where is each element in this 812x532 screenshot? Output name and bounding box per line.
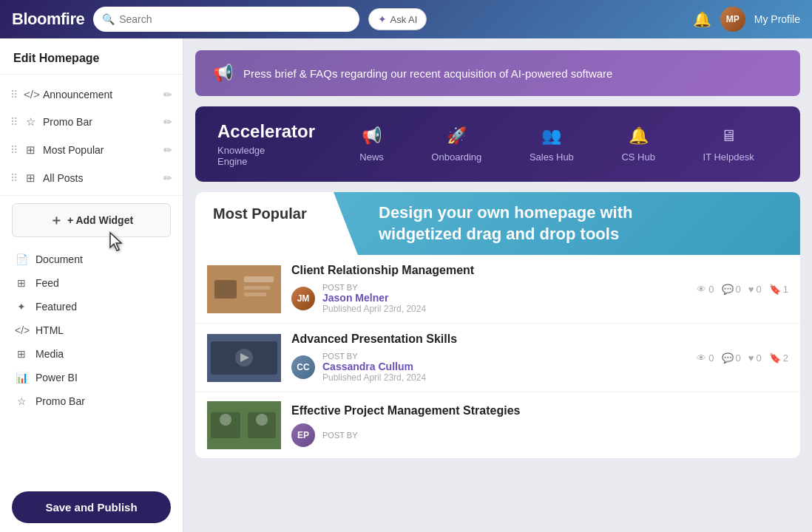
- accel-nav-news[interactable]: 📢 News: [352, 126, 391, 163]
- add-widget-container: ＋ + Add Widget 📄 Document ⊞: [0, 203, 183, 419]
- widget-option-label: Featured: [35, 301, 77, 313]
- widget-option-feed[interactable]: ⊞ Feed: [0, 271, 183, 295]
- promo-text: Design your own homepage withwidgetized …: [379, 202, 632, 245]
- main-content: 📢 Press brief & FAQs regarding our recen…: [183, 38, 812, 532]
- notifications-bell-icon[interactable]: 🔔: [693, 10, 711, 28]
- promo-bar-wd-icon: ☆: [15, 395, 28, 407]
- cs-hub-nav-icon: 🔔: [629, 126, 649, 146]
- accel-nav-label: CS Hub: [621, 151, 655, 163]
- heart-icon: ♥: [748, 284, 754, 295]
- widget-dropdown: 📄 Document ⊞ Feed ✦ Featured </> HTML: [0, 245, 183, 419]
- views-stat: 👁 0: [697, 284, 714, 295]
- edit-announcement-icon[interactable]: ✏: [163, 89, 172, 100]
- widget-option-html[interactable]: </> HTML: [0, 318, 183, 342]
- widget-option-featured[interactable]: ✦ Featured: [0, 295, 183, 318]
- logo: Bloomfire: [12, 10, 84, 29]
- sidebar-items-list: ⠿ </> Announcement ✏ ⠿ ☆ Promo Bar ✏ ⠿ ⊞…: [0, 75, 183, 482]
- svg-rect-1: [214, 280, 237, 299]
- widget-option-document[interactable]: 📄 Document: [0, 248, 183, 271]
- accel-nav-label: News: [359, 151, 384, 163]
- post-item[interactable]: Effective Project Management Strategies …: [195, 392, 800, 458]
- post-date: Published April 23rd, 2024: [322, 372, 426, 383]
- post-date: Published April 23rd, 2024: [322, 304, 426, 314]
- post-avatar: EP: [291, 423, 315, 447]
- drag-handle-icon[interactable]: ⠿: [10, 172, 18, 184]
- sidebar-title: Edit Homepage: [0, 38, 183, 75]
- most-popular-header: Most Popular Design your own homepage wi…: [195, 192, 800, 255]
- drag-handle-icon[interactable]: ⠿: [10, 116, 18, 128]
- all-posts-icon: ⊞: [24, 171, 37, 185]
- accelerator-subtitle: Knowledge Engine: [217, 145, 321, 167]
- add-widget-label: + Add Widget: [67, 214, 133, 226]
- post-by-label: POST BY: [322, 283, 426, 292]
- search-input[interactable]: [119, 13, 350, 25]
- bookmark-icon: 🔖: [769, 352, 781, 364]
- most-popular-icon: ⊞: [24, 143, 37, 157]
- likes-stat: ♥ 0: [748, 284, 762, 295]
- accel-nav-it-helpdesk[interactable]: 🖥 IT Helpdesk: [696, 126, 762, 163]
- document-icon: 📄: [15, 253, 28, 265]
- sidebar-item-label: Promo Bar: [43, 116, 158, 128]
- ask-ai-label: Ask AI: [390, 14, 418, 25]
- search-bar[interactable]: 🔍: [93, 7, 359, 32]
- widget-option-label: Promo Bar: [35, 395, 85, 407]
- accelerator-title: Accelerator: [217, 121, 321, 142]
- post-item[interactable]: Advanced Presentation Skills CC POST BY …: [195, 324, 800, 392]
- add-widget-button[interactable]: ＋ + Add Widget: [12, 203, 171, 237]
- widget-option-power-bi[interactable]: 📊 Power BI: [0, 366, 183, 389]
- onboarding-nav-icon: 🚀: [447, 126, 467, 146]
- accel-nav-sales-hub[interactable]: 👥 Sales Hub: [522, 126, 581, 163]
- post-item[interactable]: Client Relationship Management JM POST B…: [195, 255, 800, 324]
- megaphone-icon: 📢: [213, 64, 233, 83]
- widget-option-promo-bar[interactable]: ☆ Promo Bar: [0, 389, 183, 413]
- accelerator-title-block: Accelerator Knowledge Engine: [217, 121, 321, 167]
- post-author[interactable]: Jason Melner: [322, 292, 426, 304]
- post-by-label: POST BY: [322, 352, 426, 361]
- widget-option-label: Power BI: [35, 372, 78, 383]
- post-author[interactable]: Cassandra Cullum: [322, 361, 426, 372]
- drag-handle-icon[interactable]: ⠿: [10, 144, 18, 156]
- plus-icon: ＋: [50, 211, 63, 229]
- accelerator-subtitle-line2: Engine: [217, 156, 247, 167]
- announcement-banner: 📢 Press brief & FAQs regarding our recen…: [195, 50, 800, 96]
- sidebar-item-all-posts[interactable]: ⠿ ⊞ All Posts ✏: [0, 164, 183, 192]
- accel-nav-label: IT Helpdesk: [703, 151, 754, 163]
- post-stats: 👁 0 💬 0 ♥ 0 🔖 2: [697, 352, 788, 364]
- post-meta: CC POST BY Cassandra Cullum Published Ap…: [291, 352, 686, 383]
- accelerator-nav: 📢 News 🚀 Onboarding 👥 Sales Hub 🔔 CS Hub…: [336, 126, 778, 163]
- post-info: Client Relationship Management JM POST B…: [291, 264, 686, 314]
- post-by-block: POST BY Cassandra Cullum Published April…: [322, 352, 426, 383]
- widget-option-label: Document: [35, 253, 83, 265]
- profile-label[interactable]: My Profile: [754, 13, 800, 25]
- ask-ai-button[interactable]: ✦ Ask AI: [368, 8, 427, 30]
- comment-icon: 💬: [722, 352, 734, 364]
- post-title: Client Relationship Management: [291, 264, 686, 277]
- sidebar: Edit Homepage ⠿ </> Announcement ✏ ⠿ ☆ P…: [0, 38, 183, 532]
- edit-all-posts-icon[interactable]: ✏: [163, 172, 172, 184]
- most-popular-promo: Design your own homepage withwidgetized …: [358, 192, 800, 255]
- widget-option-media[interactable]: ⊞ Media: [0, 342, 183, 366]
- sidebar-item-announcement[interactable]: ⠿ </> Announcement ✏: [0, 81, 183, 108]
- sidebar-item-most-popular[interactable]: ⠿ ⊞ Most Popular ✏: [0, 136, 183, 164]
- comments-stat: 💬 0: [722, 352, 741, 364]
- html-icon: </>: [15, 324, 28, 336]
- svg-rect-4: [244, 293, 266, 296]
- post-title: Effective Project Management Strategies: [291, 404, 788, 417]
- sidebar-item-promo-bar[interactable]: ⠿ ☆ Promo Bar ✏: [0, 108, 183, 136]
- accelerator-widget: Accelerator Knowledge Engine 📢 News 🚀 On…: [195, 106, 800, 182]
- announcement-icon: </>: [24, 88, 37, 100]
- save-publish-button[interactable]: Save and Publish: [12, 491, 171, 523]
- post-thumbnail: [207, 334, 281, 382]
- edit-promo-icon[interactable]: ✏: [163, 116, 172, 128]
- accel-nav-label: Onboarding: [431, 151, 481, 163]
- svg-point-13: [256, 414, 268, 426]
- widget-option-label: Feed: [35, 277, 59, 289]
- search-icon: 🔍: [102, 13, 115, 25]
- post-by-block: POST BY: [322, 431, 357, 440]
- drag-handle-icon[interactable]: ⠿: [10, 89, 18, 100]
- posts-list: Client Relationship Management JM POST B…: [195, 255, 800, 458]
- accel-nav-cs-hub[interactable]: 🔔 CS Hub: [614, 126, 663, 163]
- power-bi-icon: 📊: [15, 372, 28, 383]
- edit-most-popular-icon[interactable]: ✏: [163, 144, 172, 156]
- accel-nav-onboarding[interactable]: 🚀 Onboarding: [424, 126, 489, 163]
